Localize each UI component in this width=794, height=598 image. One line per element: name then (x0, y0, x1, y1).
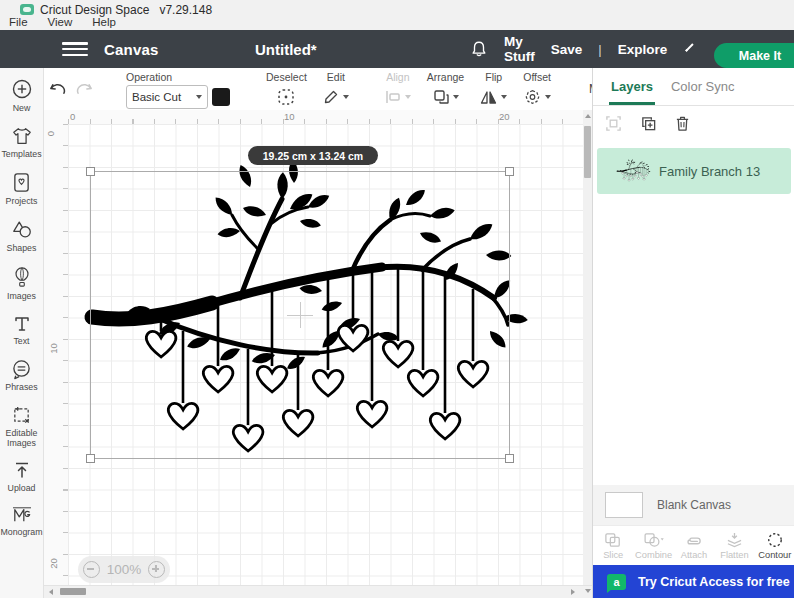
vertical-scrollbar-thumb[interactable] (584, 126, 591, 178)
phrases-bubble-icon (11, 359, 32, 379)
menu-view[interactable]: View (45, 15, 76, 29)
layer-actions (593, 105, 794, 141)
scroll-up-arrow-icon[interactable] (585, 114, 591, 118)
slice-button[interactable]: Slice (593, 526, 633, 566)
sidebar-item-editable-images[interactable]: Editable Images (0, 405, 44, 448)
sidebar-item-new[interactable]: New (0, 78, 44, 113)
selection-handle-bottom-right[interactable] (505, 454, 514, 463)
layer-ops-toolbar: Slice Combine Attach Flatten Contour (593, 525, 794, 566)
monogram-icon (12, 506, 32, 524)
sidebar-item-projects[interactable]: Projects (0, 172, 44, 206)
undo-button[interactable] (48, 76, 67, 102)
menu-help[interactable]: Help (89, 15, 119, 29)
delete-button[interactable] (675, 115, 690, 132)
group-button[interactable] (605, 115, 622, 132)
tshirt-icon (11, 126, 33, 146)
insert-sidebar: New Templates Projects Shapes Images Tex… (0, 68, 44, 598)
scroll-right-arrow-icon[interactable] (571, 589, 575, 595)
contour-button[interactable]: Contour (755, 526, 794, 566)
flatten-button[interactable]: Flatten (714, 526, 754, 566)
sidebar-item-phrases[interactable]: Phrases (0, 359, 44, 392)
hamburger-menu-icon[interactable] (62, 42, 88, 56)
cricut-design-space-window: { "window": { "app_title": "Cricut Desig… (0, 0, 794, 598)
vertical-scrollbar[interactable] (583, 110, 592, 585)
sidebar-item-monogram[interactable]: Monogram (0, 506, 44, 537)
arrange-button[interactable]: Arrange (419, 68, 472, 110)
scroll-down-arrow-icon[interactable] (585, 589, 591, 593)
flatten-icon (725, 532, 744, 548)
shapes-icon (11, 219, 33, 240)
text-icon (13, 315, 31, 333)
new-plus-icon (11, 78, 33, 100)
selection-size-label: 19.25 cm x 13.24 cm (248, 146, 378, 165)
my-stuff-link[interactable]: My Stuff (504, 34, 535, 64)
cricut-access-banner[interactable]: a Try Cricut Access for free (593, 565, 794, 598)
zoom-level: 100% (107, 562, 142, 577)
sidebar-item-text[interactable]: Text (0, 315, 44, 346)
ruler-vertical: 0 10 20 (44, 124, 69, 585)
app-version: v7.29.148 (159, 3, 212, 17)
bell-icon[interactable] (470, 40, 488, 58)
cricut-access-logo-icon: a (607, 574, 626, 590)
offset-button[interactable]: Offset (515, 68, 559, 110)
save-button[interactable]: Save (551, 42, 583, 57)
tab-layers[interactable]: Layers (611, 68, 653, 105)
horizontal-scrollbar-thumb[interactable] (60, 588, 86, 595)
layers-panel: Layers Color Sync Family Branch 13 Blank… (592, 68, 794, 598)
duplicate-button[interactable] (640, 115, 657, 132)
zoom-out-button[interactable] (83, 561, 100, 578)
make-it-button[interactable]: Make It (714, 43, 794, 68)
layer-row-family-branch[interactable]: Family Branch 13 (597, 148, 791, 194)
tab-color-sync[interactable]: Color Sync (671, 68, 735, 105)
contour-icon (766, 532, 784, 548)
deselect-button[interactable]: Deselect (258, 68, 315, 110)
align-button[interactable]: Align (377, 68, 419, 110)
redo-button[interactable] (75, 76, 94, 102)
sidebar-item-shapes[interactable]: Shapes (0, 219, 44, 253)
sidebar-item-templates[interactable]: Templates (0, 126, 44, 159)
group-icon (605, 115, 622, 132)
edit-toolbar: Operation Basic Cut Deselect Edit Align … (44, 68, 592, 111)
canvas-area: 0 10 20 0 10 20 (44, 110, 592, 598)
blank-canvas-row[interactable]: Blank Canvas (593, 485, 794, 525)
sidebar-item-images[interactable]: Images (0, 266, 44, 301)
project-card-icon (12, 172, 31, 193)
attach-icon (685, 532, 704, 548)
nav-canvas-label[interactable]: Canvas (104, 41, 159, 58)
cricut-logo-icon (20, 4, 34, 15)
zoom-in-button[interactable] (148, 561, 165, 578)
banner-text: Try Cricut Access for free (638, 575, 790, 589)
color-swatch[interactable] (212, 88, 230, 106)
operation-label: Operation (126, 71, 172, 83)
nav-divider: | (598, 42, 601, 57)
horizontal-scrollbar[interactable] (44, 585, 592, 598)
layer-thumbnail (617, 160, 649, 182)
arrange-icon (433, 89, 449, 105)
sidebar-item-upload[interactable]: Upload (0, 461, 44, 493)
ruler-horizontal: 0 10 20 (44, 110, 592, 125)
balloon-icon (13, 266, 31, 288)
editable-images-icon (11, 405, 32, 425)
attach-button[interactable]: Attach (674, 526, 714, 566)
operation-group: Operation Basic Cut (118, 68, 238, 110)
slice-icon (604, 532, 622, 548)
selection-handle-top-right[interactable] (505, 167, 514, 176)
selection-handle-bottom-left[interactable] (86, 454, 95, 463)
edit-button[interactable]: Edit (315, 68, 357, 110)
scroll-left-arrow-icon[interactable] (49, 589, 53, 595)
pencil-icon (323, 89, 339, 105)
flip-button[interactable]: Flip (472, 68, 515, 110)
align-icon (385, 90, 401, 104)
document-title[interactable]: Untitled* (255, 41, 317, 58)
menu-file[interactable]: File (6, 15, 31, 29)
operation-dropdown[interactable]: Basic Cut (126, 85, 208, 109)
menu-bar: File View Help (6, 15, 119, 29)
combine-button[interactable]: Combine (633, 526, 673, 566)
panel-tabs: Layers Color Sync (593, 68, 794, 106)
explore-menu[interactable]: Explore (618, 42, 668, 57)
blank-canvas-thumbnail (605, 492, 643, 518)
title-bar: Cricut Design Space v7.29.148 File View … (0, 0, 794, 31)
combine-icon (643, 532, 665, 548)
chevron-down-icon (685, 43, 693, 51)
selection-handle-top-left[interactable] (86, 167, 95, 176)
